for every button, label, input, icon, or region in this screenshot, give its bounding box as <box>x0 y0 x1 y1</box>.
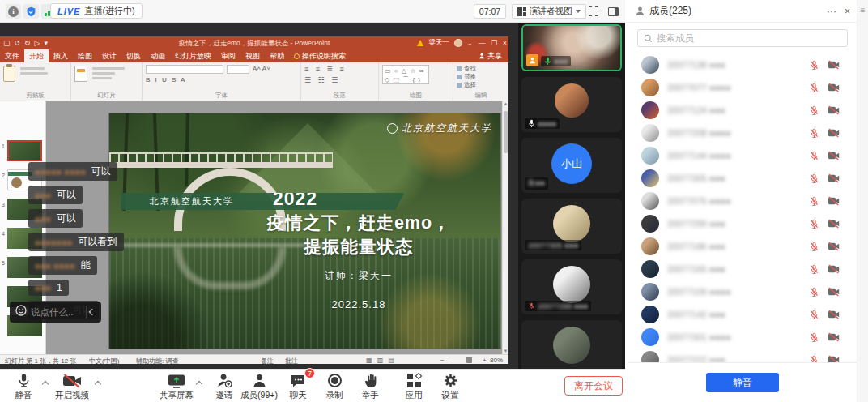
chat-input-placeholder[interactable]: 说点什么... <box>31 306 73 319</box>
ribbon-group-drawing[interactable]: ▭ ○ △ ☆ ⇨◇ ⬚ ⌒ { } 绘图 <box>379 62 453 100</box>
view-mode-dropdown[interactable]: 演讲者视图 <box>512 4 586 19</box>
member-row[interactable]: 20077301 ●●●● <box>628 326 857 349</box>
video-options-caret[interactable] <box>96 380 101 386</box>
ribbon-group-clipboard[interactable]: 剪贴板 <box>0 62 71 100</box>
info-icon[interactable]: i <box>6 4 21 19</box>
zoom-out-button[interactable]: − <box>440 357 445 364</box>
ppt-menu-tab[interactable]: 帮助 <box>265 49 289 62</box>
select-button[interactable]: 选择 <box>457 81 505 89</box>
ppt-menu-tab[interactable]: 设计 <box>97 49 121 62</box>
ppt-menu-tab[interactable]: 审阅 <box>216 49 240 62</box>
camera-off-icon[interactable] <box>828 264 840 274</box>
start-video-button[interactable]: 开启视频 <box>49 372 96 401</box>
ppt-scrollbar[interactable]: ▲▼ <box>502 101 508 354</box>
close-panel-icon[interactable]: × <box>845 6 850 17</box>
camera-off-icon[interactable] <box>828 83 840 92</box>
member-row[interactable]: 20077144 ●●●● <box>628 144 857 167</box>
member-row[interactable]: 20077142 ●●● <box>628 303 857 326</box>
emoji-icon[interactable] <box>15 305 27 319</box>
mute-all-button[interactable]: 静音 <box>706 373 779 392</box>
video-tile[interactable]: 小山 朱●● <box>521 138 622 193</box>
zoom-slider[interactable] <box>449 357 479 358</box>
mic-muted-icon[interactable] <box>809 332 819 343</box>
ppt-menu-tab[interactable]: 绘图 <box>73 49 97 62</box>
more-options-icon[interactable]: ··· <box>827 6 836 17</box>
ppt-menu-tab[interactable]: 幻灯片放映 <box>170 49 216 62</box>
find-button[interactable]: 查找 <box>457 65 505 73</box>
zoom-slider-knob[interactable] <box>466 357 472 363</box>
window-controls[interactable]: ⌄—❐× <box>467 39 507 47</box>
member-row[interactable]: 20077124 ●●● <box>628 99 857 122</box>
member-row[interactable]: 20077138 ●●● <box>628 53 857 76</box>
video-tile[interactable]: 20077305 ●●● <box>521 199 622 254</box>
camera-off-icon[interactable] <box>828 242 840 251</box>
ppt-menu-tab[interactable]: 插入 <box>49 49 73 62</box>
video-tile[interactable]: 20077299 ●●● <box>521 259 622 314</box>
video-tile[interactable]: ●●●● <box>521 77 622 132</box>
member-row[interactable]: 20077186 ●●● <box>628 235 857 258</box>
mic-muted-icon[interactable] <box>809 310 819 320</box>
camera-off-icon[interactable] <box>828 151 840 160</box>
notes-toggle[interactable]: 备注 <box>261 357 274 366</box>
leave-meeting-button[interactable]: 离开会议 <box>564 376 623 396</box>
member-row[interactable]: 20077077 ●●●● <box>628 76 857 99</box>
camera-off-icon[interactable] <box>828 105 840 115</box>
view-switcher-icons[interactable]: ▦ ▥ ▤ <box>366 357 396 364</box>
ppt-share-button[interactable]: 共享 <box>472 49 508 62</box>
mic-muted-icon[interactable] <box>809 287 819 297</box>
video-tile-speaker[interactable]: ●●● <box>521 24 622 71</box>
raise-hand-button[interactable]: 举手 <box>347 372 394 401</box>
camera-off-icon[interactable] <box>828 332 840 342</box>
camera-off-icon[interactable] <box>828 128 840 138</box>
shapes-gallery[interactable]: ▭ ○ △ ☆ ⇨◇ ⬚ ⌒ { } <box>382 65 429 84</box>
mic-muted-icon[interactable] <box>809 355 819 363</box>
collapse-chat-icon[interactable] <box>89 309 96 315</box>
mic-muted-icon[interactable] <box>809 219 819 229</box>
mic-muted-icon[interactable] <box>809 151 819 161</box>
mic-muted-icon[interactable] <box>809 105 819 116</box>
camera-off-icon[interactable] <box>828 310 840 319</box>
font-size-box[interactable] <box>227 65 249 74</box>
ppt-menu-tab[interactable]: 视图 <box>240 49 265 62</box>
ribbon-group-editing[interactable]: 查找 替换 选择 编辑 <box>453 62 508 100</box>
member-row[interactable]: 20077109 ●●●● <box>628 280 857 303</box>
mute-button[interactable]: 静音 <box>0 372 47 401</box>
slide-thumbnail-1[interactable] <box>7 140 42 161</box>
font-style-buttons[interactable]: B I U S A <box>146 76 297 83</box>
mic-options-caret[interactable] <box>43 380 49 386</box>
mic-muted-icon[interactable] <box>809 196 819 207</box>
ribbon-group-paragraph[interactable]: ≡ ≡ ≣ ≡ ☰ ☷ ☰ 段落 <box>301 62 379 100</box>
new-slide-icon[interactable] <box>74 66 87 82</box>
mic-muted-icon[interactable] <box>809 128 819 139</box>
zoom-percent[interactable]: 80% <box>490 357 503 364</box>
camera-off-icon[interactable] <box>828 355 840 362</box>
comments-toggle[interactable]: 批注 <box>285 357 298 366</box>
share-screen-button[interactable]: 共享屏幕 <box>153 372 200 401</box>
ppt-menu-tab[interactable]: 开始 <box>24 49 49 62</box>
font-name-box[interactable] <box>146 65 223 74</box>
alert-icon[interactable] <box>417 40 423 46</box>
video-tile[interactable] <box>521 320 622 369</box>
member-search-input[interactable]: 搜索成员 <box>637 29 848 47</box>
ppt-menu-tab[interactable]: 切换 <box>121 49 146 62</box>
side-panel-toggle-button[interactable] <box>606 5 620 18</box>
camera-off-icon[interactable] <box>828 196 840 206</box>
camera-off-icon[interactable] <box>828 60 840 70</box>
mic-muted-icon[interactable] <box>809 83 819 93</box>
paste-icon[interactable] <box>3 66 15 82</box>
member-row[interactable]: 20077299 ●●● <box>628 212 857 235</box>
replace-button[interactable]: 替换 <box>457 73 505 81</box>
ppt-user-avatar[interactable] <box>454 39 462 47</box>
member-row[interactable]: 20077305 ●●● <box>628 167 857 190</box>
ppt-menu-tab[interactable]: 动画 <box>146 49 170 62</box>
mic-muted-icon[interactable] <box>809 173 819 184</box>
chat-input-bar[interactable]: 说点什么... <box>10 302 101 323</box>
member-row[interactable]: 20077222 ●●● <box>628 349 857 362</box>
shield-icon[interactable] <box>23 4 39 19</box>
member-row[interactable]: 20077165 ●●● <box>628 258 857 280</box>
camera-off-icon[interactable] <box>828 173 840 183</box>
camera-off-icon[interactable] <box>828 287 840 297</box>
mic-muted-icon[interactable] <box>809 242 819 252</box>
ribbon-group-slides[interactable]: 幻灯片 <box>71 62 143 100</box>
zoom-in-button[interactable]: + <box>483 357 487 364</box>
